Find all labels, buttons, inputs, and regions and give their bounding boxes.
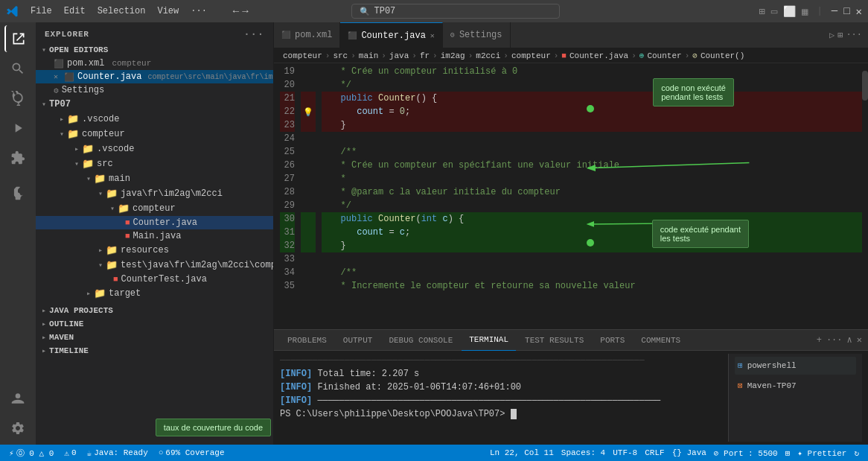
folder-java-path[interactable]: ▾ 📁 java\fr\im2ag\m2cci: [36, 186, 273, 201]
chevron-down-icon-2: ▾: [60, 130, 64, 139]
counter-tab-close[interactable]: ✕: [430, 31, 435, 40]
open-editor-counter[interactable]: ✕ ⬛ Counter.java compteur\src\main\java\…: [36, 70, 273, 83]
source-control-activity-icon[interactable]: [4, 85, 31, 112]
testing-activity-icon[interactable]: [4, 180, 31, 207]
code-content[interactable]: * Crée un compteur initialisé à 0 */ pub…: [316, 63, 868, 329]
explorer-more-icon[interactable]: ···: [243, 28, 264, 40]
layout-icon-4[interactable]: ▦: [802, 5, 808, 18]
tab-terminal[interactable]: TERMINAL: [462, 330, 516, 351]
open-editor-settings[interactable]: ⚙ Settings: [36, 83, 273, 97]
counter-file-icon: ⬛: [64, 72, 74, 82]
explorer-header: EXPLORER ···: [36, 22, 273, 43]
search-activity-icon[interactable]: [4, 55, 31, 82]
terminal-more-icon[interactable]: ···: [826, 335, 843, 346]
status-encoding[interactable]: UTF-8: [610, 448, 640, 458]
status-refresh[interactable]: ↻: [851, 448, 862, 458]
settings-activity-icon[interactable]: [4, 415, 31, 442]
file-main-java[interactable]: ■ Main.java: [36, 229, 273, 243]
tab-output[interactable]: OUTPUT: [336, 330, 380, 351]
new-terminal-icon[interactable]: +: [817, 335, 822, 346]
settings-file-icon: ⚙: [54, 86, 59, 95]
editor-more-icon[interactable]: ···: [846, 30, 862, 40]
terminal-close-icon[interactable]: ✕: [857, 334, 862, 346]
terminal-cursor: [511, 409, 517, 419]
extensions-activity-icon[interactable]: [4, 144, 31, 171]
open-editors-label[interactable]: ▾ OPEN EDITORS: [36, 43, 273, 57]
counter-close-icon[interactable]: ✕: [54, 72, 58, 81]
menu-file[interactable]: File: [25, 4, 57, 18]
status-warnings[interactable]: ⚠ 0: [61, 448, 79, 458]
maven-chevron: ▸: [42, 333, 46, 342]
status-coverage[interactable]: ○ 69% Coverage taux de couverture du cod…: [156, 448, 228, 457]
open-editor-pom[interactable]: ⬛ pom.xml compteur: [36, 57, 273, 70]
folder-compteur[interactable]: ▾ 📁 compteur: [36, 127, 273, 142]
warning-icon: ⚠: [64, 448, 69, 458]
gutter: 💡: [301, 63, 316, 329]
editor-scrollbar[interactable]: [862, 63, 868, 329]
tab-settings[interactable]: ⚙ Settings: [443, 22, 511, 48]
terminal-item-powershell[interactable]: ⊞ powershell: [735, 357, 856, 375]
nav-back[interactable]: ←: [233, 5, 239, 17]
status-prettier[interactable]: ✦ Prettier: [794, 448, 849, 458]
file-counter-java[interactable]: ■ Counter.java: [36, 216, 273, 229]
run-activity-icon[interactable]: [4, 115, 31, 142]
chevron-down-icon: ▾: [42, 45, 46, 54]
tab-comments[interactable]: COMMENTS: [634, 330, 688, 351]
file-counter-test[interactable]: ■ CounterTest.java: [36, 273, 273, 286]
split-editor-icon[interactable]: ⊞: [837, 30, 843, 41]
maven-section[interactable]: ▸ MAVEN: [36, 331, 273, 344]
status-port[interactable]: ⊘ Port : 5500: [711, 448, 781, 458]
minimize-btn[interactable]: ─: [832, 5, 837, 17]
status-notifications[interactable]: ⊞: [782, 448, 794, 458]
search-box[interactable]: 🔍 TP07: [351, 4, 560, 19]
tab-counter[interactable]: ⬛ Counter.java ✕: [340, 22, 442, 48]
tab-debug-console[interactable]: DEBUG CONSOLE: [381, 330, 460, 351]
menu-selection[interactable]: Selection: [92, 4, 151, 18]
menu-edit[interactable]: Edit: [59, 4, 91, 18]
menu-view[interactable]: View: [152, 4, 184, 18]
status-ln-col[interactable]: Ln 22, Col 11: [487, 448, 557, 458]
nav-forward[interactable]: →: [242, 5, 248, 17]
tab-pom[interactable]: ⬛ pom.xml: [274, 22, 340, 48]
status-sync[interactable]: ⚡ ⓪ 0 △ 0: [6, 448, 57, 459]
folder-target[interactable]: ▸ 📁 target: [36, 286, 273, 301]
status-spaces[interactable]: Spaces: 4: [558, 448, 608, 458]
code-line-23: }: [322, 118, 862, 132]
folder-resources[interactable]: ▸ 📁 resources: [36, 243, 273, 258]
java-projects-section[interactable]: ▸ JAVA PROJECTS: [36, 304, 273, 317]
terminal-main[interactable]: ────────────────────────────────────────…: [280, 354, 722, 442]
close-btn[interactable]: ✕: [856, 5, 862, 18]
layout-icon-3[interactable]: ⬜: [783, 5, 796, 18]
layout-icon-1[interactable]: ⊞: [759, 5, 765, 18]
folder-vscode-2[interactable]: ▸ 📁 .vscode: [36, 142, 273, 156]
outline-section[interactable]: ▸ OUTLINE: [36, 317, 273, 331]
status-eol[interactable]: CRLF: [642, 448, 667, 458]
project-section: ▾ TP07 ▸ 📁 .vscode ▾ 📁 compteur ▸ 📁 .vsc…: [36, 97, 273, 301]
status-language[interactable]: {} Java: [669, 448, 709, 458]
account-activity-icon[interactable]: [4, 385, 31, 412]
explorer-activity-icon[interactable]: [4, 25, 31, 52]
menu-more[interactable]: ···: [185, 4, 212, 18]
folder-main[interactable]: ▾ 📁 main: [36, 171, 273, 186]
open-editors-section: ▾ OPEN EDITORS ⬛ pom.xml compteur ✕ ⬛ Co…: [36, 43, 273, 97]
maximize-btn[interactable]: □: [843, 5, 849, 17]
chevron-down-icon-4: ▾: [86, 174, 91, 183]
tab-test-results[interactable]: TEST RESULTS: [517, 330, 591, 351]
status-java-ready[interactable]: ☕ Java: Ready: [84, 448, 151, 458]
project-tp07-label[interactable]: ▾ TP07: [36, 97, 273, 112]
tab-problems[interactable]: PROBLEMS: [280, 330, 334, 351]
code-editor: 19 20 21 22 23 24 25 26 27 28 29 30 31 3…: [274, 63, 868, 329]
status-bar: ⚡ ⓪ 0 △ 0 ⚠ 0 ☕ Java: Ready ○ 69% Covera…: [0, 445, 868, 461]
main-layout: EXPLORER ··· ▾ OPEN EDITORS ⬛ pom.xml co…: [0, 22, 868, 445]
layout-icon-2[interactable]: ▭: [771, 5, 777, 18]
run-editor-icon[interactable]: ▷: [829, 30, 835, 41]
folder-test[interactable]: ▾ 📁 test\java\fr\im2ag\m2cci\compteur: [36, 258, 273, 273]
bulb-icon[interactable]: 💡: [303, 107, 313, 117]
terminal-up-icon[interactable]: ∧: [847, 334, 852, 346]
timeline-section[interactable]: ▸ TIMELINE: [36, 344, 273, 357]
folder-compteur-inner[interactable]: ▾ 📁 compteur: [36, 201, 273, 216]
terminal-item-maven[interactable]: ⊠ Maven-TP07: [735, 377, 856, 395]
folder-src[interactable]: ▾ 📁 src: [36, 156, 273, 171]
folder-vscode-1[interactable]: ▸ 📁 .vscode: [36, 112, 273, 127]
tab-ports[interactable]: PORTS: [593, 330, 632, 351]
